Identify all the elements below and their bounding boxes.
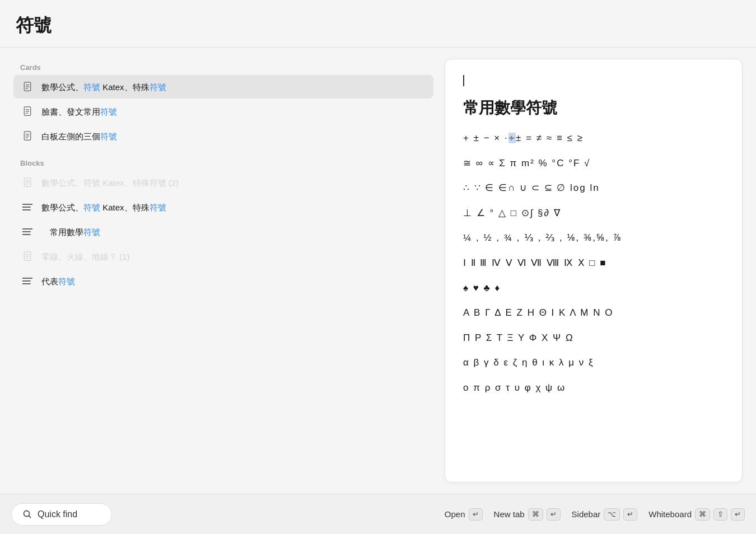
list-item[interactable]: 臉書、發文常用符號 (13, 100, 433, 123)
sidebar-kbd-enter: ↵ (623, 508, 637, 521)
new-tab-kbd-enter: ↵ (547, 508, 561, 521)
cards-section-label: Cards (13, 59, 433, 75)
lines-icon (21, 226, 34, 238)
left-panel: Cards 數學公式、符號 Katex、特殊符號 (13, 59, 433, 483)
item-text: 數學公式、符號 Katex、特殊符號 (2) (41, 177, 179, 189)
symbol-row-5: ¼ , ½ , ¾ , ⅓ , ⅔ , ⅛, ⅜,⅝, ⅞ (463, 229, 724, 247)
whiteboard-kbd-shift: ⇧ (713, 508, 727, 521)
item-text: 常用數學符號 (41, 226, 100, 238)
preview-panel: 常用數學符號 + ± − × ·÷± = ≠ ≈ ≡ ≤ ≥ ≅ ∞ ∝ Σ π… (445, 59, 743, 483)
bottom-bar: Quick find Open ↵ New tab ⌘ ↵ Sidebar ⌥ … (0, 494, 756, 534)
symbol-row-2: ≅ ∞ ∝ Σ π m² % °C °F √ (463, 155, 724, 172)
list-item[interactable]: 數學公式、符號 Katex、特殊符號 (13, 195, 433, 219)
whiteboard-label: Whiteboard (648, 509, 692, 519)
item-text: 代表符號 (41, 275, 75, 287)
symbol-row-7: ♠ ♥ ♣ ♦ (463, 280, 724, 297)
list-item[interactable]: 代表符號 (13, 269, 433, 293)
page-icon (21, 176, 34, 189)
sidebar-action: Sidebar ⌥ ↵ (572, 508, 638, 521)
new-tab-action: New tab ⌘ ↵ (494, 508, 561, 521)
symbol-row-1: + ± − × ·÷± = ≠ ≈ ≡ ≤ ≥ (463, 130, 724, 147)
search-icon (23, 510, 32, 519)
quick-find-label: Quick find (38, 509, 77, 519)
item-text: 臉書、發文常用符號 (41, 106, 117, 118)
page-icon (21, 105, 34, 118)
page-icon (21, 130, 34, 142)
symbol-row-9: Π Ρ Σ Τ Ξ Υ Φ Χ Ψ Ω (463, 330, 724, 347)
blocks-section-label: Blocks (13, 154, 433, 171)
new-tab-kbd-cmd: ⌘ (528, 508, 543, 521)
lines-icon (21, 201, 34, 213)
open-label: Open (445, 509, 465, 519)
svg-point-29 (24, 510, 30, 516)
bottom-actions: Open ↵ New tab ⌘ ↵ Sidebar ⌥ ↵ Whiteboar… (445, 508, 745, 521)
open-action: Open ↵ (445, 508, 483, 521)
open-kbd: ↵ (469, 508, 483, 521)
item-text: 數學公式、符號 Katex、特殊符號 (41, 81, 166, 93)
symbol-row-11: ο π ρ σ τ υ φ χ ψ ω (463, 380, 724, 397)
symbol-row-3: ∴ ∵ ∈ ∈∩ ∪ ⊂ ⊆ ∅ log ln (463, 180, 724, 197)
list-item[interactable]: 常用數學符號 (13, 220, 433, 243)
list-item: 零線、火線、地線？ (1) (13, 245, 433, 268)
lines-icon (21, 275, 34, 287)
svg-line-30 (29, 516, 31, 518)
item-text: 數學公式、符號 Katex、特殊符號 (41, 202, 166, 213)
whiteboard-kbd-enter: ↵ (731, 508, 745, 521)
list-item[interactable]: 數學公式、符號 Katex、特殊符號 (13, 75, 433, 99)
list-item[interactable]: 白板左側的三個符號 (13, 124, 433, 148)
page-title: 符號 (16, 13, 740, 38)
symbol-row-6: Ⅰ Ⅱ Ⅲ Ⅳ Ⅴ Ⅵ Ⅶ Ⅷ Ⅸ Ⅹ □ ■ (463, 255, 724, 272)
sidebar-label: Sidebar (572, 509, 601, 519)
item-text: 零線、火線、地線？ (1) (41, 251, 130, 263)
main-content: Cards 數學公式、符號 Katex、特殊符號 (0, 48, 756, 494)
page-icon (21, 250, 34, 263)
whiteboard-kbd-cmd: ⌘ (695, 508, 710, 521)
symbol-row-10: α β γ δ ε ζ η θ ι κ λ μ ν ξ (463, 354, 724, 372)
new-tab-label: New tab (494, 509, 525, 519)
symbol-row-8: Α Β Γ Δ Ε Ζ Η Θ Ι Κ Λ Μ Ν Ο (463, 305, 724, 322)
whiteboard-action: Whiteboard ⌘ ⇧ ↵ (648, 508, 745, 521)
page-header: 符號 (0, 0, 756, 48)
page-icon (21, 81, 34, 93)
item-text: 白板左側的三個符號 (41, 130, 117, 142)
symbol-row-4: ⊥ ∠ ° △ □ ⊙∫ §∂ ∇ (463, 205, 724, 222)
text-cursor (463, 75, 464, 86)
list-item: 數學公式、符號 Katex、特殊符號 (2) (13, 171, 433, 194)
preview-title: 常用數學符號 (463, 97, 724, 119)
quick-find-button[interactable]: Quick find (11, 503, 112, 526)
sidebar-kbd-slash: ⌥ (604, 508, 620, 521)
